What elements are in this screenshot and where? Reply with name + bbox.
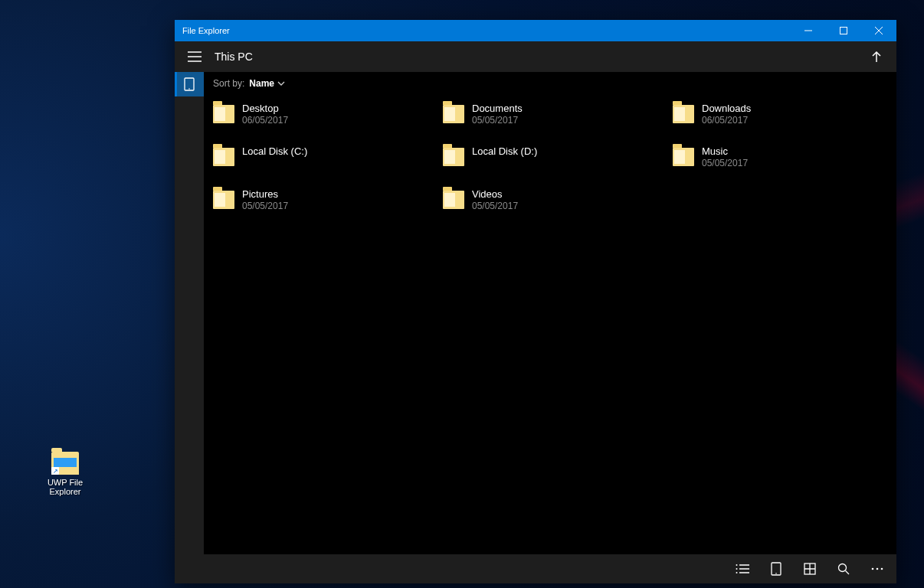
svg-point-4 [736, 568, 738, 570]
svg-point-12 [881, 568, 883, 570]
command-bar: This PC [175, 41, 896, 72]
item-name: Documents [472, 102, 523, 115]
search-icon [837, 563, 850, 575]
folder-icon [443, 105, 464, 123]
folder-item[interactable]: Videos05/05/2017 [440, 187, 660, 219]
folder-item[interactable]: Local Disk (D:) [440, 144, 660, 176]
svg-point-7 [775, 573, 777, 574]
item-name: Videos [472, 188, 518, 201]
go-up-button[interactable] [861, 41, 892, 72]
desktop-shortcut-label: UWP File Explorer [34, 478, 96, 496]
folder-icon [673, 105, 694, 123]
folder-item[interactable]: Desktop06/05/2017 [210, 101, 431, 133]
item-date: 06/05/2017 [242, 115, 288, 126]
item-name: Downloads [702, 102, 751, 115]
tablet-icon [771, 562, 781, 576]
folder-icon [213, 191, 234, 209]
svg-point-11 [876, 568, 879, 570]
view-grid-button[interactable] [794, 554, 826, 583]
ellipsis-icon [871, 567, 883, 570]
item-name: Pictures [242, 188, 288, 201]
sort-by-label: Sort by: [213, 78, 244, 89]
close-button[interactable] [861, 20, 896, 41]
folder-icon [443, 148, 464, 166]
location-title: This PC [215, 51, 253, 63]
sort-by-value: Name [249, 78, 274, 89]
view-list-button[interactable] [726, 554, 759, 583]
folder-item[interactable]: Downloads06/05/2017 [670, 101, 890, 133]
folder-icon [443, 191, 464, 209]
svg-point-9 [839, 564, 847, 572]
folder-icon [673, 148, 694, 166]
svg-point-10 [872, 568, 874, 570]
folder-item[interactable]: Local Disk (C:) [210, 144, 431, 176]
folder-icon [213, 148, 234, 166]
item-date: 05/05/2017 [472, 201, 518, 212]
item-date: 06/05/2017 [702, 115, 751, 126]
grid-icon [804, 563, 816, 575]
hamburger-menu-button[interactable] [179, 41, 210, 72]
sort-bar: Sort by: Name [204, 72, 896, 95]
item-name: Local Disk (D:) [472, 145, 537, 158]
desktop-shortcut-uwp-file-explorer[interactable]: ↗ UWP File Explorer [34, 452, 96, 496]
item-date: 05/05/2017 [242, 201, 288, 212]
minimize-button[interactable] [791, 20, 826, 41]
maximize-button[interactable] [826, 20, 861, 41]
bottom-command-bar [175, 554, 896, 583]
folder-item[interactable]: Documents05/05/2017 [440, 101, 660, 133]
svg-point-2 [188, 88, 190, 90]
item-date: 05/05/2017 [472, 115, 523, 126]
file-explorer-window: File Explorer This PC [175, 20, 896, 583]
item-name: Local Disk (C:) [242, 145, 307, 158]
chevron-down-icon [277, 81, 285, 86]
device-button[interactable] [760, 554, 792, 583]
item-date: 05/05/2017 [702, 158, 748, 169]
svg-rect-0 [840, 28, 847, 34]
window-title: File Explorer [182, 26, 230, 35]
items-grid: Desktop06/05/2017Documents05/05/2017Down… [204, 95, 896, 225]
sidebar-button-this-device[interactable] [175, 72, 204, 96]
svg-point-5 [736, 572, 738, 573]
folder-app-icon: ↗ [51, 452, 79, 475]
tablet-icon [184, 77, 195, 91]
main-content: Sort by: Name Desktop06/05/2017Documents… [204, 72, 896, 554]
search-button[interactable] [827, 554, 860, 583]
item-name: Music [702, 145, 748, 158]
list-icon [736, 564, 749, 574]
shortcut-overlay-icon: ↗ [51, 467, 59, 475]
more-button[interactable] [861, 554, 893, 583]
folder-item[interactable]: Music05/05/2017 [670, 144, 890, 176]
folder-item[interactable]: Pictures05/05/2017 [210, 187, 431, 219]
sort-by-dropdown[interactable]: Name [249, 78, 285, 89]
folder-icon [213, 105, 234, 123]
side-panel [175, 72, 204, 554]
item-name: Desktop [242, 102, 288, 115]
svg-point-3 [736, 564, 738, 566]
window-titlebar[interactable]: File Explorer [175, 20, 896, 41]
